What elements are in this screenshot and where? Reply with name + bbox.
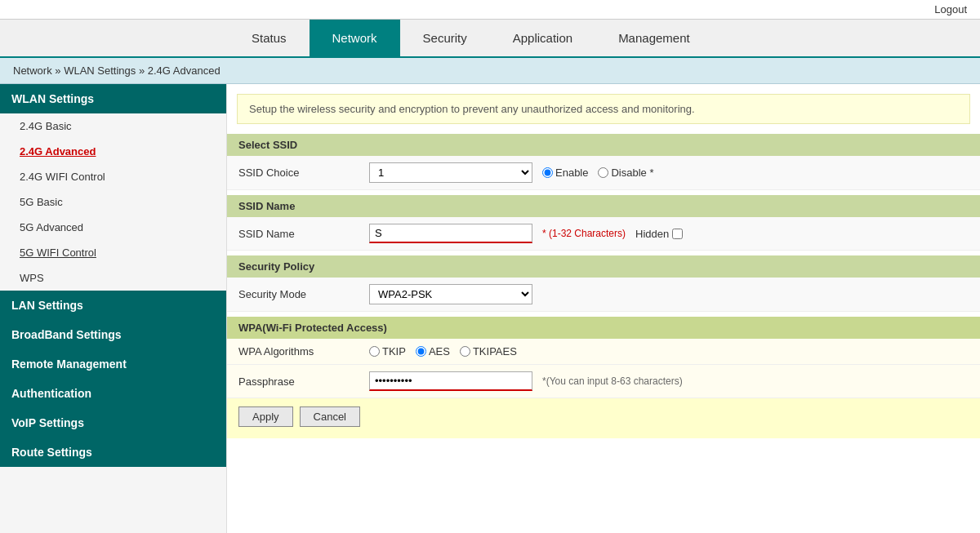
passphrase-input[interactable] xyxy=(369,371,532,391)
wpa-algorithms-label: WPA Algorithms xyxy=(238,345,369,358)
select-ssid-header: Select SSID xyxy=(227,134,980,156)
info-box: Setup the wireless security and encrypti… xyxy=(237,94,970,124)
aes-radio[interactable] xyxy=(416,346,426,357)
sidebar-item-24wificontrol[interactable]: 2.4G WIFI Control xyxy=(0,164,226,189)
sidebar-section-wlan[interactable]: WLAN Settings xyxy=(0,84,226,113)
enable-radio[interactable] xyxy=(542,167,553,178)
sidebar-item-5gwificontrol[interactable]: 5G WIFI Control xyxy=(0,240,226,265)
security-mode-select[interactable]: WPA2-PSK WPA-PSK WEP None xyxy=(369,284,532,304)
tab-status[interactable]: Status xyxy=(229,20,310,56)
ssid-choice-label: SSID Choice xyxy=(238,167,369,179)
ssid-choice-select[interactable]: 1 2 3 4 xyxy=(369,162,532,183)
sidebar-section-remote[interactable]: Remote Management xyxy=(0,349,226,379)
sidebar-section-lan[interactable]: LAN Settings xyxy=(0,291,226,320)
apply-button[interactable]: Apply xyxy=(238,406,293,427)
ssid-name-row: SSID Name * (1-32 Characters) Hidden xyxy=(227,217,980,251)
top-bar: Logout xyxy=(0,0,980,20)
cancel-button[interactable]: Cancel xyxy=(300,406,360,427)
security-mode-controls: WPA2-PSK WPA-PSK WEP None xyxy=(369,284,969,304)
security-policy-section: Security Policy Security Mode WPA2-PSK W… xyxy=(227,255,980,315)
tab-application[interactable]: Application xyxy=(490,20,595,56)
main-content: Setup the wireless security and encrypti… xyxy=(227,84,980,533)
sidebar-section-route[interactable]: Route Settings xyxy=(0,438,226,467)
breadcrumb: Network » WLAN Settings » 2.4G Advanced xyxy=(0,58,980,84)
security-mode-label: Security Mode xyxy=(238,288,369,300)
wpa-algorithms-controls: TKIP AES TKIPAES xyxy=(369,345,969,358)
ssid-name-section: SSID Name SSID Name * (1-32 Characters) … xyxy=(227,195,980,254)
sidebar-item-wps[interactable]: WPS xyxy=(0,265,226,291)
tkipaes-radio-label[interactable]: TKIPAES xyxy=(460,345,517,358)
passphrase-controls: *(You can input 8-63 characters) xyxy=(369,371,969,391)
tkipaes-radio[interactable] xyxy=(460,346,470,357)
logout-link[interactable]: Logout xyxy=(934,3,967,16)
wpa-section-header: WPA(Wi-Fi Protected Access) xyxy=(227,317,980,339)
tkip-radio-label[interactable]: TKIP xyxy=(369,345,406,358)
ssid-choice-controls: 1 2 3 4 Enable Disable * xyxy=(369,162,969,183)
security-mode-row: Security Mode WPA2-PSK WPA-PSK WEP None xyxy=(227,278,980,312)
disable-radio-label[interactable]: Disable * xyxy=(598,167,653,179)
ssid-name-label: SSID Name xyxy=(238,228,369,240)
select-ssid-section: Select SSID SSID Choice 1 2 3 4 Enable xyxy=(227,134,980,193)
passphrase-row: Passphrase *(You can input 8-63 characte… xyxy=(227,365,980,398)
hidden-checkbox-label[interactable]: Hidden xyxy=(635,228,683,240)
sidebar-item-24basic[interactable]: 2.4G Basic xyxy=(0,113,226,139)
sidebar-section-auth[interactable]: Authentication xyxy=(0,379,226,408)
ssid-name-input[interactable] xyxy=(369,224,532,243)
tab-security[interactable]: Security xyxy=(400,20,490,56)
passphrase-label: Passphrase xyxy=(238,375,369,388)
disable-radio[interactable] xyxy=(598,167,608,178)
security-policy-header: Security Policy xyxy=(227,255,980,278)
tkip-radio[interactable] xyxy=(369,346,380,357)
ssid-name-header: SSID Name xyxy=(227,195,980,217)
ssid-name-hint: * (1-32 Characters) xyxy=(542,228,626,239)
button-area: Apply Cancel xyxy=(227,398,980,435)
sidebar-item-5gadvanced[interactable]: 5G Advanced xyxy=(0,215,226,240)
hidden-checkbox[interactable] xyxy=(672,229,683,239)
aes-radio-label[interactable]: AES xyxy=(416,345,450,358)
sidebar-item-24advanced[interactable]: 2.4G Advanced xyxy=(0,139,226,164)
wpa-section: WPA(Wi-Fi Protected Access) WPA Algorith… xyxy=(227,317,980,438)
ssid-name-controls: * (1-32 Characters) Hidden xyxy=(369,224,969,243)
nav-tabs: Status Network Security Application Mana… xyxy=(0,20,980,58)
wpa-algorithms-row: WPA Algorithms TKIP AES TKIPAES xyxy=(227,339,980,365)
main-layout: WLAN Settings 2.4G Basic 2.4G Advanced 2… xyxy=(0,84,980,533)
passphrase-hint: *(You can input 8-63 characters) xyxy=(542,375,683,387)
sidebar-section-broadband[interactable]: BroadBand Settings xyxy=(0,320,226,349)
sidebar-section-voip[interactable]: VoIP Settings xyxy=(0,408,226,438)
sidebar-item-5gbasic[interactable]: 5G Basic xyxy=(0,189,226,215)
tab-network[interactable]: Network xyxy=(310,20,400,56)
ssid-choice-row: SSID Choice 1 2 3 4 Enable Disable * xyxy=(227,156,980,190)
sidebar: WLAN Settings 2.4G Basic 2.4G Advanced 2… xyxy=(0,84,227,533)
tab-management[interactable]: Management xyxy=(595,20,713,56)
enable-radio-label[interactable]: Enable xyxy=(542,167,588,179)
